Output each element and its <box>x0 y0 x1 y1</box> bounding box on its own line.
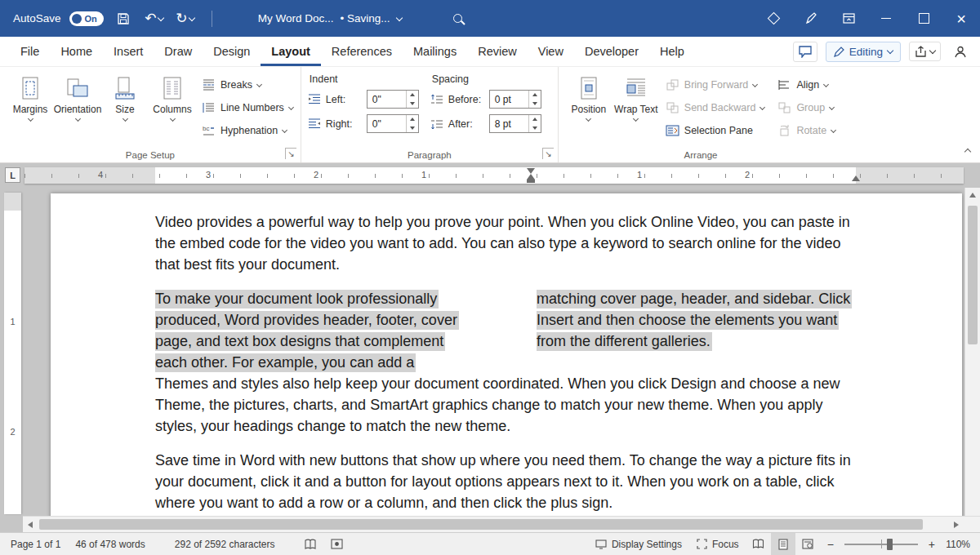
indent-left-input[interactable]: 0" <box>367 90 419 109</box>
line-numbers-button[interactable]: Line Numbers <box>199 98 296 118</box>
ribbon-display-options-button[interactable] <box>830 0 867 37</box>
zoom-slider-thumb[interactable] <box>887 539 893 550</box>
scroll-up-arrow[interactable] <box>965 188 980 202</box>
vertical-scrollbar-thumb[interactable] <box>968 206 978 344</box>
spacing-before-input[interactable]: 0 pt <box>489 90 541 109</box>
breaks-button[interactable]: Breaks <box>199 75 296 95</box>
spacing-after-label: After: <box>448 118 484 130</box>
zoom-in-button[interactable] <box>921 533 942 555</box>
tab-home[interactable]: Home <box>50 37 103 66</box>
macro-recording-button[interactable] <box>323 533 350 555</box>
comments-button[interactable] <box>793 42 817 62</box>
titlebar-separator <box>212 11 212 27</box>
send-backward-button[interactable]: Send Backward <box>663 98 768 118</box>
indent-left-stepper[interactable] <box>406 91 418 108</box>
right-indent-marker[interactable] <box>852 175 860 181</box>
spacing-before-label: Before: <box>448 94 484 105</box>
zoom-out-button[interactable] <box>820 533 841 555</box>
bring-forward-icon <box>666 78 679 91</box>
maximize-button[interactable] <box>905 0 942 37</box>
hanging-indent-marker[interactable] <box>527 174 535 180</box>
bring-forward-label: Bring Forward <box>684 79 749 91</box>
horizontal-scrollbar-thumb[interactable] <box>39 519 923 530</box>
chevron-down-icon <box>633 116 639 122</box>
scroll-right-arrow[interactable] <box>949 517 964 532</box>
redo-button[interactable] <box>174 7 197 31</box>
indent-right-stepper[interactable] <box>406 115 418 132</box>
proofing-status-button[interactable] <box>297 533 323 555</box>
align-button[interactable]: Align <box>775 75 838 95</box>
spacing-after-stepper[interactable] <box>528 115 541 132</box>
character-count[interactable]: 292 of 2592 characters <box>167 533 283 555</box>
size-button[interactable]: Size <box>101 72 149 144</box>
tab-review[interactable]: Review <box>467 37 528 66</box>
scroll-left-arrow[interactable] <box>23 517 38 532</box>
hyphenation-icon: bc <box>202 124 216 137</box>
editing-mode-button[interactable]: Editing <box>826 42 901 62</box>
spacing-after-input[interactable]: 8 pt <box>489 114 541 133</box>
tab-layout[interactable]: Layout <box>261 37 321 66</box>
zoom-slider[interactable] <box>844 533 918 555</box>
indent-right-input[interactable]: 0" <box>367 114 419 133</box>
tab-stop-selector[interactable] <box>5 167 20 183</box>
close-button[interactable] <box>942 0 980 37</box>
bring-forward-button[interactable]: Bring Forward <box>663 75 768 95</box>
web-layout-icon <box>802 539 813 549</box>
presenter-button[interactable] <box>755 0 792 37</box>
inking-button[interactable] <box>792 0 830 37</box>
document-page[interactable]: Video provides a powerful way to help yo… <box>51 193 962 532</box>
word-count[interactable]: 46 of 478 words <box>68 533 152 555</box>
paragraph-dialog-launcher[interactable] <box>542 148 554 159</box>
position-button[interactable]: Position <box>565 72 612 144</box>
horizontal-scrollbar[interactable] <box>23 516 980 532</box>
search-button[interactable] <box>447 7 470 31</box>
autosave-toggle[interactable]: On <box>69 11 104 26</box>
ruler-number: 2 <box>314 170 318 180</box>
spacing-before-stepper[interactable] <box>528 91 541 108</box>
left-indent-marker[interactable] <box>527 180 535 183</box>
read-mode-icon <box>752 539 764 549</box>
hyphenation-button[interactable]: bc Hyphenation <box>199 121 296 140</box>
share-button[interactable] <box>909 42 941 61</box>
focus-button[interactable]: Focus <box>689 533 746 555</box>
tab-mailings[interactable]: Mailings <box>403 37 467 66</box>
tab-help[interactable]: Help <box>649 37 695 66</box>
paragraph: Video provides a powerful way to help yo… <box>155 211 854 275</box>
display-settings-button[interactable]: Display Settings <box>588 533 689 555</box>
presence-button[interactable] <box>949 42 972 61</box>
orientation-button[interactable]: Orientation <box>54 72 101 144</box>
columns-button[interactable]: Columns <box>149 72 196 144</box>
tab-design[interactable]: Design <box>203 37 261 66</box>
tab-insert[interactable]: Insert <box>103 37 154 66</box>
selected-text-line: page, and text box designs that compleme… <box>155 332 445 351</box>
vertical-scrollbar[interactable] <box>964 188 980 516</box>
selection-pane-button[interactable]: Selection Pane <box>663 121 768 140</box>
autosave-state: On <box>85 14 97 24</box>
first-line-indent-marker[interactable] <box>527 168 535 174</box>
undo-button[interactable] <box>143 7 166 31</box>
horizontal-ruler[interactable]: 4 3 2 1 1 2 <box>24 167 964 184</box>
page-indicator[interactable]: Page 1 of 1 <box>3 533 68 555</box>
wrap-text-button[interactable]: Wrap Text <box>612 72 660 144</box>
save-button[interactable] <box>112 7 135 31</box>
align-label: Align <box>796 79 819 91</box>
vertical-ruler[interactable]: 1 2 <box>4 193 21 514</box>
read-mode-button[interactable] <box>746 533 771 555</box>
collapse-ribbon-button[interactable] <box>965 141 970 156</box>
print-layout-button[interactable] <box>771 533 795 555</box>
zoom-level[interactable]: 110% <box>942 539 977 550</box>
rotate-button[interactable]: Rotate <box>775 121 838 140</box>
document-title-area[interactable]: My Word Doc... • Saving... <box>258 12 402 24</box>
page-setup-dialog-launcher[interactable] <box>285 148 296 159</box>
tab-references[interactable]: References <box>321 37 403 66</box>
margins-button[interactable]: Margins <box>7 72 54 144</box>
minimize-button[interactable] <box>867 0 905 37</box>
hyphenation-label: Hyphenation <box>220 125 278 136</box>
pen-icon <box>805 12 817 24</box>
tab-developer[interactable]: Developer <box>574 37 649 66</box>
group-button[interactable]: Group <box>775 98 838 118</box>
tab-view[interactable]: View <box>528 37 574 66</box>
tab-draw[interactable]: Draw <box>154 37 203 66</box>
web-layout-button[interactable] <box>795 533 820 555</box>
tab-file[interactable]: File <box>10 37 50 66</box>
